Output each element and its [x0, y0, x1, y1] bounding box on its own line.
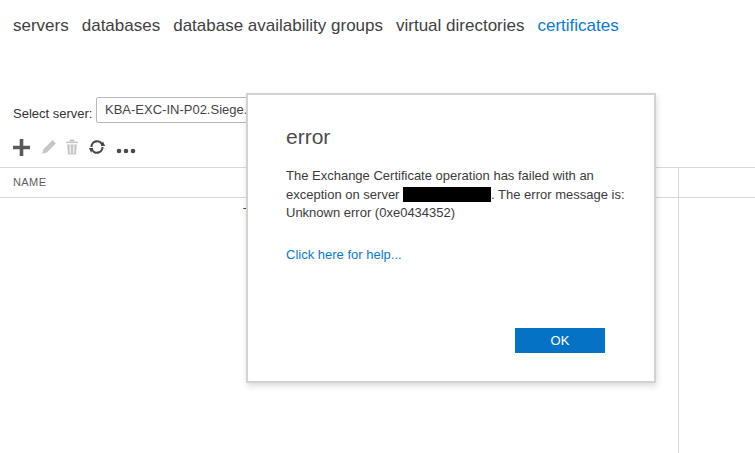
- more-options-button[interactable]: [116, 140, 136, 158]
- error-message-line1: The Exchange Certificate operation has f…: [286, 168, 594, 183]
- help-link[interactable]: Click here for help...: [286, 247, 402, 262]
- nav-tabs: servers databases database availability …: [13, 16, 619, 36]
- error-message-line2-before: exception on server: [286, 187, 399, 202]
- delete-button[interactable]: [65, 139, 79, 159]
- exchange-admin-certificates-page: servers databases database availability …: [0, 0, 755, 453]
- tab-databases[interactable]: databases: [82, 16, 160, 36]
- select-server-label: Select server:: [13, 106, 92, 121]
- pencil-icon: [41, 139, 57, 159]
- trash-icon: [65, 139, 79, 159]
- error-message: The Exchange Certificate operation has f…: [286, 167, 638, 223]
- error-message-line3: Unknown error (0xe0434352): [286, 205, 455, 220]
- ok-button[interactable]: OK: [515, 328, 605, 353]
- plus-icon: [13, 139, 30, 160]
- error-dialog: error The Exchange Certificate operation…: [246, 93, 656, 383]
- certificates-toolbar: [13, 137, 136, 161]
- dialog-title: error: [286, 125, 330, 149]
- error-message-line2-after: . The error message is:: [491, 187, 624, 202]
- redacted-server-name: [403, 187, 491, 202]
- table-column-divider: [678, 167, 679, 453]
- refresh-icon: [88, 138, 106, 160]
- refresh-button[interactable]: [88, 138, 106, 160]
- column-header-name[interactable]: NAME: [13, 176, 46, 188]
- edit-button[interactable]: [41, 139, 57, 159]
- add-button[interactable]: [13, 139, 30, 160]
- tab-virtual-directories[interactable]: virtual directories: [396, 16, 525, 36]
- ellipsis-icon: [116, 140, 136, 158]
- tab-servers[interactable]: servers: [13, 16, 69, 36]
- tab-database-availability-groups[interactable]: database availability groups: [173, 16, 383, 36]
- tab-certificates[interactable]: certificates: [538, 16, 619, 36]
